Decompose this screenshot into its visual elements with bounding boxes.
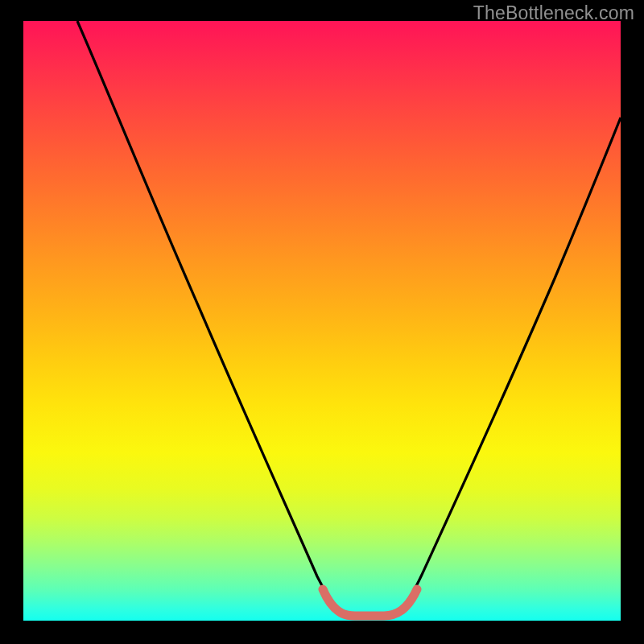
plot-area [23,21,621,621]
curve-layer [23,21,621,621]
bottleneck-curve [77,21,621,615]
watermark-text: TheBottleneck.com [473,2,634,24]
highlight-segment [323,589,417,616]
chart-container: TheBottleneck.com [0,0,644,644]
